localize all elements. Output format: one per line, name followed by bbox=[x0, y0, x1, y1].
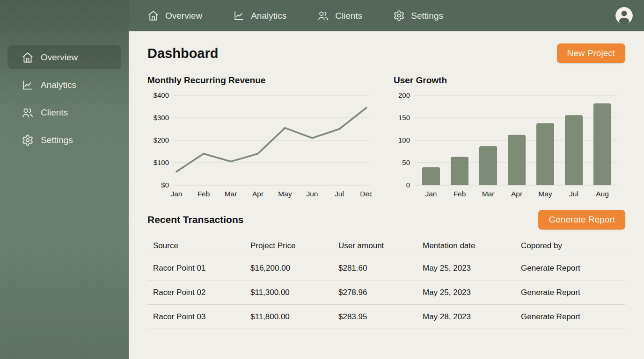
page-title: Dashboard bbox=[147, 46, 218, 61]
mrr-chart-card: Monthly Recurring Revenue $0$100$200$300… bbox=[147, 75, 372, 202]
svg-text:Mar: Mar bbox=[482, 190, 495, 198]
nav-item-overview[interactable]: Overview bbox=[147, 10, 202, 22]
svg-text:$200: $200 bbox=[154, 136, 169, 144]
cell-source: Racer Point 02 bbox=[147, 288, 245, 297]
svg-text:Feb: Feb bbox=[198, 190, 210, 198]
user-avatar[interactable] bbox=[615, 7, 633, 24]
sidebar-item-analytics[interactable]: Analytics bbox=[7, 73, 121, 97]
sidebar-item-clients[interactable]: Clients bbox=[7, 101, 121, 124]
transactions-title: Recent Transactions bbox=[147, 214, 243, 225]
column-header-project-price: Project Price bbox=[245, 241, 333, 251]
nav-item-label: Analytics bbox=[251, 11, 286, 21]
cell-user-amount: $283.95 bbox=[333, 312, 417, 322]
cell-mentation-date: May 25, 2023 bbox=[417, 288, 515, 297]
svg-text:0: 0 bbox=[406, 181, 410, 189]
sidebar-item-label: Clients bbox=[41, 108, 68, 118]
svg-text:Dec: Dec bbox=[360, 190, 372, 198]
cell-source: Racor Point 03 bbox=[147, 312, 245, 322]
nav-item-settings[interactable]: Settings bbox=[393, 10, 443, 22]
sidebar-item-overview[interactable]: Overview bbox=[7, 45, 121, 69]
clients-icon bbox=[317, 10, 329, 22]
settings-icon bbox=[22, 134, 34, 146]
svg-text:Aug: Aug bbox=[596, 190, 609, 198]
analytics-icon bbox=[233, 10, 245, 22]
nav-item-label: Clients bbox=[335, 11, 362, 21]
sidebar-item-settings[interactable]: Settings bbox=[7, 128, 121, 152]
cell-generate-report-link[interactable]: Generate Report bbox=[515, 288, 625, 297]
settings-icon bbox=[393, 10, 405, 22]
svg-text:May: May bbox=[278, 190, 292, 198]
sidebar-item-label: Settings bbox=[41, 135, 73, 145]
svg-text:50: 50 bbox=[402, 158, 410, 166]
svg-text:$100: $100 bbox=[154, 158, 169, 166]
nav-item-label: Overview bbox=[165, 11, 202, 21]
nav-item-analytics[interactable]: Analytics bbox=[233, 10, 286, 22]
table-row: Racor Point 01 $16,200.00 $281.60 May 25… bbox=[147, 256, 625, 280]
cell-project-price: $16,200.00 bbox=[245, 264, 333, 273]
svg-text:$400: $400 bbox=[154, 91, 169, 99]
svg-text:150: 150 bbox=[398, 114, 410, 122]
svg-text:Jul: Jul bbox=[569, 190, 578, 198]
svg-text:Feb: Feb bbox=[454, 190, 466, 198]
svg-text:200: 200 bbox=[398, 91, 410, 99]
user-growth-chart-title: User Growth bbox=[394, 75, 618, 86]
new-project-button[interactable]: New Project bbox=[557, 43, 625, 63]
sidebar: Overview Analytics Clients bbox=[0, 0, 129, 359]
table-row: Racer Point 02 $11,300.00 $278.96 May 25… bbox=[147, 280, 625, 305]
nav-item-clients[interactable]: Clients bbox=[317, 10, 362, 22]
svg-text:$0: $0 bbox=[161, 181, 169, 189]
column-header-mentation-date: Mentation date bbox=[417, 241, 515, 251]
column-header-user-amount: User amount bbox=[333, 241, 417, 251]
cell-mentation-date: May 25, 2023 bbox=[417, 264, 515, 273]
mrr-line-chart: $0$100$200$300$400JanFebMarAprMayJunJulD… bbox=[147, 88, 372, 201]
table-row: Racor Point 03 $11,800.00 $283.95 May 28… bbox=[147, 305, 625, 329]
svg-text:100: 100 bbox=[398, 136, 410, 144]
top-nav: Overview Analytics bbox=[129, 0, 644, 31]
column-header-copored-by: Copored by bbox=[515, 241, 625, 251]
generate-report-button[interactable]: Generate Report bbox=[538, 210, 625, 230]
cell-generate-report-link[interactable]: Generate Report bbox=[515, 264, 625, 273]
nav-item-label: Settings bbox=[411, 11, 443, 21]
table-header-row: Source Project Price User amount Mentati… bbox=[147, 236, 625, 256]
main-content: Dashboard New Project Monthly Recurring … bbox=[129, 31, 644, 359]
svg-text:Jul: Jul bbox=[335, 190, 344, 198]
svg-text:$300: $300 bbox=[154, 114, 169, 122]
cell-generate-report-link[interactable]: Generate Report bbox=[515, 312, 625, 322]
svg-text:Apr: Apr bbox=[252, 190, 263, 198]
home-icon bbox=[22, 51, 34, 64]
sidebar-item-label: Overview bbox=[41, 52, 78, 63]
svg-text:May: May bbox=[538, 190, 552, 198]
cell-user-amount: $281.60 bbox=[333, 264, 417, 273]
app-window: Overview Analytics Clients bbox=[0, 0, 644, 359]
mrr-chart-title: Monthly Recurring Revenue bbox=[147, 75, 372, 86]
analytics-icon bbox=[22, 79, 34, 91]
svg-text:Apr: Apr bbox=[511, 190, 522, 198]
user-growth-bar-chart: 050100150200JanFebMarAprMayJulAug bbox=[394, 88, 618, 201]
sidebar-item-label: Analytics bbox=[41, 80, 76, 90]
cell-mentation-date: May 28, 2023 bbox=[417, 312, 515, 322]
cell-user-amount: $278.96 bbox=[333, 288, 417, 297]
cell-project-price: $11,800.00 bbox=[245, 312, 333, 322]
home-icon bbox=[147, 10, 159, 22]
svg-text:Jun: Jun bbox=[307, 190, 318, 198]
svg-text:Jan: Jan bbox=[425, 190, 437, 198]
svg-text:Jan: Jan bbox=[171, 190, 183, 198]
cell-project-price: $11,300.00 bbox=[245, 288, 333, 297]
column-header-source: Source bbox=[147, 241, 245, 251]
transactions-table: Source Project Price User amount Mentati… bbox=[147, 236, 625, 329]
top-nav-items: Overview Analytics bbox=[147, 10, 615, 22]
user-growth-chart-card: User Growth 050100150200JanFebMarAprMayJ… bbox=[394, 75, 618, 202]
svg-text:Mar: Mar bbox=[225, 190, 237, 198]
cell-source: Racor Point 01 bbox=[147, 264, 245, 273]
clients-icon bbox=[22, 107, 34, 119]
